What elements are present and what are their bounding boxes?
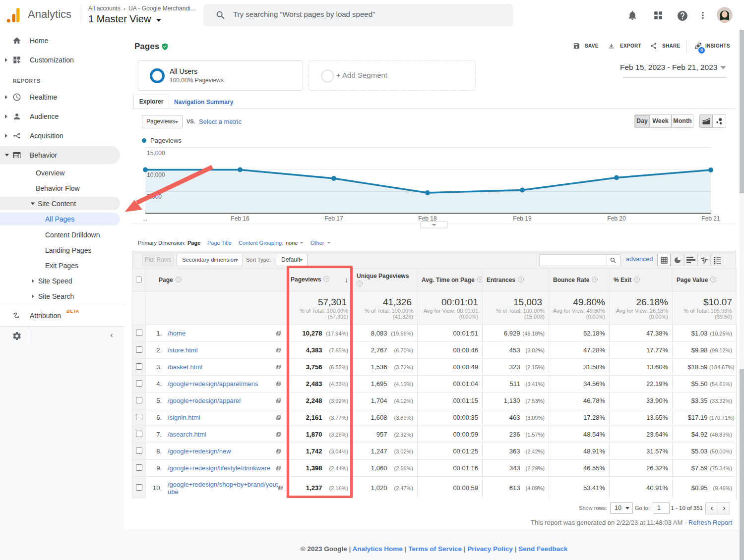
svg-text:Feb 20: Feb 20 — [607, 215, 626, 222]
svg-text:Feb 19: Feb 19 — [513, 215, 532, 222]
svg-text:Feb 21: Feb 21 — [701, 215, 720, 222]
svg-text:Feb 18: Feb 18 — [418, 215, 437, 222]
svg-text:Feb 17: Feb 17 — [324, 215, 343, 222]
